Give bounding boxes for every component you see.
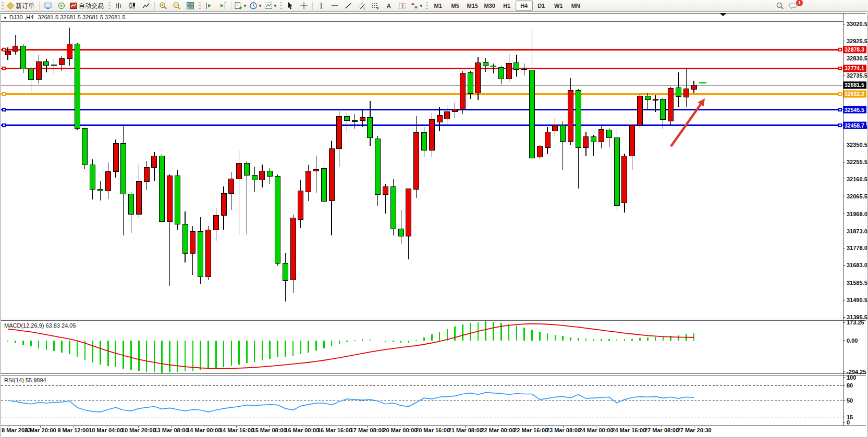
candlestick[interactable] bbox=[453, 109, 458, 112]
candlestick[interactable] bbox=[568, 91, 573, 141]
candlestick[interactable] bbox=[298, 191, 303, 220]
candlestick[interactable] bbox=[13, 46, 18, 51]
auto-scroll-button[interactable] bbox=[202, 1, 216, 11]
candlestick[interactable] bbox=[205, 230, 211, 277]
candlestick[interactable] bbox=[144, 168, 149, 182]
timeframe-button-M1[interactable]: M1 bbox=[430, 1, 447, 11]
market-watch-signal-button[interactable] bbox=[55, 1, 68, 11]
chart-background[interactable] bbox=[1, 12, 866, 437]
search-button[interactable] bbox=[773, 1, 787, 11]
candlestick[interactable] bbox=[406, 189, 411, 236]
timeframe-button-M15[interactable]: M15 bbox=[464, 1, 481, 11]
candlestick[interactable] bbox=[82, 129, 88, 165]
zoom-in-button[interactable] bbox=[156, 1, 170, 11]
candlestick[interactable] bbox=[622, 156, 627, 203]
price-chart[interactable]: 8 Mar 20238 Mar 20:009 Mar 12:0010 Mar 0… bbox=[0, 11, 868, 438]
candlestick[interactable] bbox=[52, 65, 57, 66]
candlestick[interactable] bbox=[514, 62, 519, 69]
candlestick[interactable] bbox=[591, 137, 596, 142]
candlestick[interactable] bbox=[321, 168, 326, 201]
candlestick[interactable] bbox=[352, 121, 357, 122]
candlestick[interactable] bbox=[167, 176, 173, 222]
candlestick[interactable] bbox=[160, 156, 165, 222]
autotrade-button[interactable]: 自动交易 bbox=[68, 1, 107, 11]
candlestick[interactable] bbox=[113, 144, 118, 172]
candlestick[interactable] bbox=[75, 44, 80, 129]
candlestick[interactable] bbox=[67, 44, 72, 58]
candlestick[interactable] bbox=[414, 133, 419, 189]
candlestick[interactable] bbox=[252, 176, 257, 180]
candlestick[interactable] bbox=[645, 96, 650, 99]
candlestick[interactable] bbox=[437, 115, 442, 122]
candlestick[interactable] bbox=[5, 51, 10, 55]
candlestick[interactable] bbox=[683, 89, 689, 97]
trendline-tool-button[interactable] bbox=[341, 1, 355, 11]
candlestick[interactable] bbox=[498, 68, 504, 79]
zoom-out-button[interactable] bbox=[170, 1, 184, 11]
chart-shift-button[interactable] bbox=[216, 1, 229, 11]
candlestick[interactable] bbox=[522, 69, 527, 70]
line-chart-mode-button[interactable] bbox=[139, 1, 153, 11]
candlestick[interactable] bbox=[545, 132, 550, 148]
candlestick[interactable] bbox=[614, 137, 619, 205]
candlestick[interactable] bbox=[229, 179, 234, 194]
chart-window[interactable]: 8 Mar 20238 Mar 20:009 Mar 12:0010 Mar 0… bbox=[0, 11, 868, 438]
candlestick[interactable] bbox=[244, 163, 249, 176]
candlestick[interactable] bbox=[283, 263, 288, 281]
timeframe-button-MN[interactable]: MN bbox=[567, 1, 584, 11]
candlestick[interactable] bbox=[306, 171, 311, 192]
candlestick[interactable] bbox=[576, 91, 581, 148]
horizontal-line-tool-button[interactable] bbox=[328, 1, 341, 11]
candlestick[interactable] bbox=[97, 189, 103, 191]
timeframe-button-D1[interactable]: D1 bbox=[533, 1, 550, 11]
fibonacci-tool-button[interactable]: F bbox=[369, 1, 382, 11]
candlestick[interactable] bbox=[152, 156, 157, 168]
candlestick[interactable] bbox=[237, 163, 242, 179]
candlestick[interactable] bbox=[59, 58, 65, 65]
candlestick[interactable] bbox=[460, 73, 465, 109]
candlestick[interactable] bbox=[630, 126, 635, 156]
candlestick[interactable] bbox=[599, 130, 604, 142]
text-label-tool-button[interactable]: T bbox=[396, 1, 409, 11]
candlestick[interactable] bbox=[553, 125, 558, 131]
candlestick[interactable] bbox=[329, 148, 334, 201]
candlestick[interactable] bbox=[313, 169, 319, 171]
cursor-tool-button[interactable] bbox=[284, 1, 297, 11]
new-chart-button[interactable]: ▼ bbox=[233, 1, 248, 11]
arrows-tool-button[interactable]: ▼ bbox=[409, 1, 424, 11]
candlestick-mode-button[interactable] bbox=[126, 1, 139, 11]
equidistant-channel-tool-button[interactable]: E bbox=[355, 1, 369, 11]
timeframe-button-H1[interactable]: H1 bbox=[498, 1, 516, 11]
candlestick[interactable] bbox=[198, 232, 203, 277]
candlestick[interactable] bbox=[275, 177, 280, 264]
periods-clock-button[interactable]: ▼ bbox=[248, 1, 263, 11]
candlestick[interactable] bbox=[583, 137, 589, 148]
candlestick[interactable] bbox=[375, 139, 381, 194]
candlestick[interactable] bbox=[491, 66, 496, 67]
terminal-button[interactable] bbox=[41, 1, 55, 11]
candlestick[interactable] bbox=[483, 62, 488, 66]
candlestick[interactable] bbox=[44, 62, 49, 66]
candlestick[interactable] bbox=[36, 62, 41, 80]
candlestick[interactable] bbox=[90, 165, 95, 189]
candlestick[interactable] bbox=[676, 87, 681, 96]
candlestick[interactable] bbox=[390, 186, 396, 229]
candlestick[interactable] bbox=[506, 63, 511, 79]
candlestick[interactable] bbox=[213, 215, 218, 230]
candlestick[interactable] bbox=[221, 194, 226, 216]
candlestick[interactable] bbox=[337, 116, 342, 148]
candlestick[interactable] bbox=[653, 99, 658, 101]
candlestick[interactable] bbox=[105, 172, 111, 191]
candlestick[interactable] bbox=[398, 229, 404, 236]
candlestick[interactable] bbox=[421, 133, 426, 151]
candlestick[interactable] bbox=[190, 232, 195, 254]
candlestick[interactable] bbox=[182, 224, 188, 253]
candlestick[interactable] bbox=[468, 72, 473, 93]
candlestick[interactable] bbox=[691, 85, 696, 89]
notifications-button[interactable]: 1 bbox=[787, 1, 800, 11]
timeframe-button-H4[interactable]: H4 bbox=[516, 1, 533, 11]
candlestick[interactable] bbox=[345, 116, 350, 120]
candlestick[interactable] bbox=[429, 120, 434, 151]
candlestick[interactable] bbox=[121, 144, 126, 194]
candlestick[interactable] bbox=[368, 117, 373, 137]
